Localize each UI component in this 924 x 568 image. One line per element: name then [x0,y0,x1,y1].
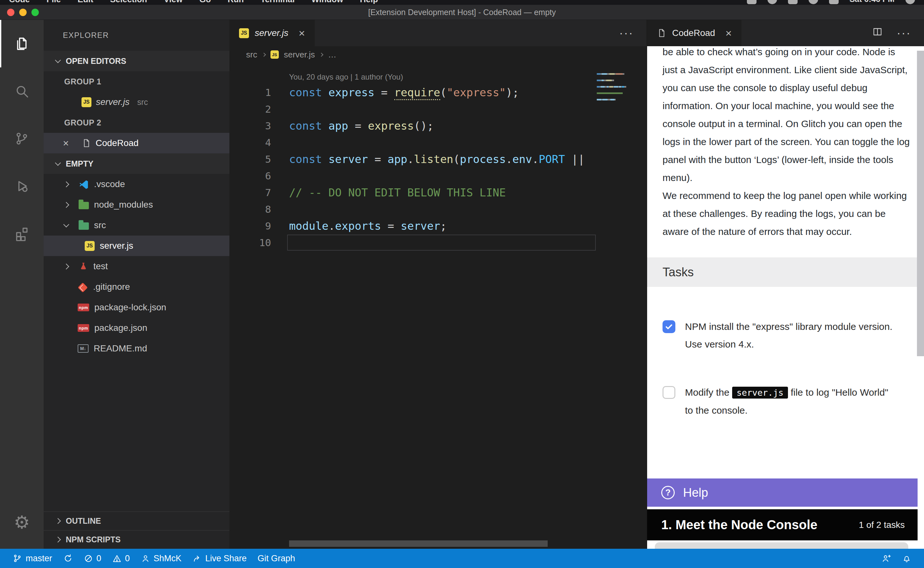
tree-item-package-lock.json[interactable]: npmpackage-lock.json [44,297,229,318]
error-icon [84,554,93,563]
tree-item-test[interactable]: test [44,256,229,276]
status-bar-left: master00ShMcKLive ShareGit Graph [7,549,301,568]
status-bell[interactable] [897,549,917,568]
code-line-1[interactable]: 1const express = require("express"); [229,84,647,101]
menu-items: CodeFileEditSelectionViewGoRunTerminalWi… [9,0,378,5]
menubar-status-icon [829,0,839,4]
tree-item-src[interactable]: src [44,215,229,236]
activity-explorer-icon[interactable] [0,20,44,67]
split-editor-icon[interactable] [872,26,883,40]
line-number: 6 [229,170,271,181]
panel-npm-scripts[interactable]: NPM SCRIPTS [44,530,229,549]
coderoad-paragraph: be able to check what’s going on in your… [663,46,912,187]
code-line-10[interactable]: 10 [229,234,647,251]
editor-more-actions-button[interactable]: ··· [619,26,634,40]
status-0[interactable]: 0 [78,549,107,568]
code-line-3[interactable]: 3const app = express(); [229,118,647,134]
menu-window[interactable]: Window [311,0,343,5]
tree-item-.gitignore[interactable]: .gitignore [44,276,229,297]
minimize-window-button[interactable] [19,9,27,16]
open-editor-CodeRoad[interactable]: × CodeRoad [44,133,229,153]
code-line-8[interactable]: 8 [229,201,647,218]
code-line-7[interactable]: 7// -- DO NOT EDIT BELOW THIS LINE [229,184,647,201]
status-master[interactable]: master [7,549,58,568]
task-item-2: Modify the server.js file to log "Hello … [663,384,905,419]
close-tab-icon[interactable]: × [725,27,732,39]
breadcrumb: srcJSserver.js… [229,46,647,63]
tree-item-README.md[interactable]: M↓README.md [44,338,229,359]
line-number: 10 [229,237,271,248]
menu-file[interactable]: File [47,0,61,5]
person-add-icon [881,554,891,563]
workspace-header[interactable]: EMPTY [44,153,229,174]
breadcrumb-item[interactable]: server.js [284,50,315,60]
open-editor-server.js[interactable]: JS server.js src [44,92,229,112]
status-git-graph[interactable]: Git Graph [252,549,301,568]
status-shmck[interactable]: ShMcK [136,549,187,568]
tree-item-package.json[interactable]: npmpackage.json [44,318,229,338]
horizontal-scrollbar[interactable] [289,541,548,547]
activity-source-control-icon[interactable] [0,115,44,162]
tree-item-.vscode[interactable]: .vscode [44,174,229,195]
code-line-6[interactable]: 6 [229,168,647,184]
sidebar-spacer [44,359,229,512]
menu-run[interactable]: Run [228,0,244,5]
coderoad-paragraph: We recommend to keep the log panel open … [663,187,912,241]
breadcrumb-item[interactable]: … [328,50,336,60]
webview-more-actions-button[interactable]: ··· [897,26,911,40]
menu-help[interactable]: Help [360,0,378,5]
status-bar-right [876,549,917,568]
status-0[interactable]: 0 [107,549,136,568]
menu-selection[interactable]: Selection [110,0,147,5]
help-bar[interactable]: ? Help [647,479,918,507]
tab-coderoad[interactable]: CodeRoad × [647,20,742,46]
activity-bar: ⚙ [0,20,44,549]
status-live-share[interactable]: Live Share [187,549,252,568]
panel-outline[interactable]: OUTLINE [44,512,229,530]
activity-settings-icon[interactable]: ⚙ [0,499,44,546]
status-sync[interactable] [58,549,78,568]
status-person-add[interactable] [876,549,897,568]
menu-edit[interactable]: Edit [78,0,93,5]
continue-button-partial[interactable] [655,542,908,549]
menu-view[interactable]: View [164,0,183,5]
webview-scrollbar[interactable] [917,51,924,356]
menu-code[interactable]: Code [9,0,30,5]
open-editors-header[interactable]: OPEN EDITORS [44,51,229,71]
close-window-button[interactable] [7,9,14,16]
code-line-9[interactable]: 9module.exports = server; [229,218,647,234]
codelens-annotation[interactable]: You, 20 days ago | 1 author (You) [289,73,647,82]
maximize-window-button[interactable] [32,9,39,16]
minimap[interactable] [597,73,626,105]
js-icon: JS [81,97,92,107]
branch-icon [12,554,22,563]
code-line-2[interactable]: 2 [229,101,647,118]
tree-item-node_modules[interactable]: node_modules [44,195,229,215]
task-checkbox-unchecked[interactable] [663,386,675,399]
tab-label: CodeRoad [672,28,715,38]
person-icon [141,554,150,563]
menu-go[interactable]: Go [199,0,211,5]
activity-extensions-icon[interactable] [0,210,44,257]
status-bar: master00ShMcKLive ShareGit Graph [0,549,924,568]
code-line-5[interactable]: 5const server = app.listen(process.env.P… [229,151,647,168]
close-editor-icon[interactable]: × [63,137,77,149]
code-editor[interactable]: You, 20 days ago | 1 author (You) 1const… [229,63,647,549]
tab-server-js[interactable]: JS server.js × [229,20,315,46]
activity-search-icon[interactable] [0,67,44,115]
activity-run-debug-icon[interactable] [0,162,44,210]
close-tab-icon[interactable]: × [299,27,305,39]
warning-icon [112,554,122,563]
task-label: NPM install the "express" library module… [685,318,898,353]
tree-item-server.js[interactable]: JSserver.js [44,236,229,256]
workbench: ⚙ EXPLORER OPEN EDITORS GROUP 1 JS serve… [0,20,924,549]
task-checkbox-checked[interactable] [663,320,675,333]
file-icon [81,138,91,148]
chevron-down-icon [55,57,61,63]
test-folder-icon [78,261,88,271]
explorer-title: EXPLORER [44,20,229,51]
lesson-footer-bar[interactable]: 1. Meet the Node Console 1 of 2 tasks [647,509,918,541]
menu-terminal[interactable]: Terminal [261,0,294,5]
breadcrumb-item[interactable]: src [246,50,257,60]
code-line-4[interactable]: 4 [229,134,647,151]
